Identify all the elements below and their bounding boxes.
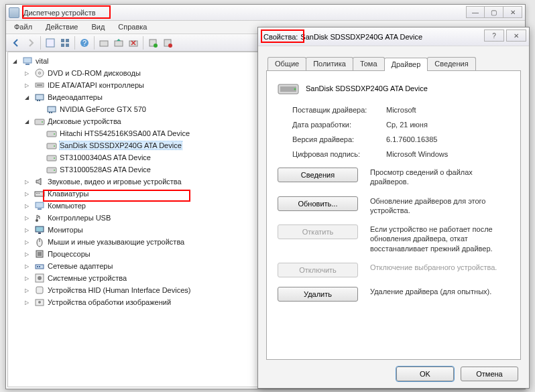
expand-toggle[interactable]: [35, 142, 42, 149]
rollback-button[interactable]: Откатить: [278, 224, 358, 239]
expand-toggle[interactable]: [23, 94, 30, 101]
expand-toggle[interactable]: [23, 239, 30, 246]
tab-driver[interactable]: Драйвер: [384, 58, 428, 71]
tab-policy[interactable]: Политика: [306, 57, 353, 70]
expand-toggle[interactable]: [23, 226, 30, 234]
cd-icon: [34, 68, 45, 78]
tree-label: ST31000340AS ATA Device: [60, 153, 151, 161]
svg-point-56: [38, 301, 41, 304]
tab-details[interactable]: Сведения: [427, 57, 475, 70]
svg-rect-43: [36, 226, 44, 232]
tb-update-driver-icon[interactable]: [111, 36, 126, 50]
ok-button[interactable]: OK: [396, 367, 454, 381]
signature-label: Цифровая подпись:: [292, 150, 386, 158]
expand-toggle[interactable]: [35, 166, 42, 174]
tb-scan-icon[interactable]: [97, 36, 111, 50]
tab-general[interactable]: Общие: [268, 57, 306, 70]
tb-back-icon[interactable]: [9, 36, 23, 50]
audio-icon: [34, 176, 45, 187]
expand-toggle[interactable]: [23, 287, 30, 294]
tree-label: DVD и CD-ROM дисководы: [48, 69, 141, 77]
svg-rect-23: [48, 107, 56, 112]
svg-rect-40: [36, 202, 44, 208]
expand-toggle[interactable]: [35, 106, 42, 113]
tb-disable-icon[interactable]: [160, 36, 175, 50]
svg-rect-37: [36, 193, 37, 194]
menu-help[interactable]: Справка: [111, 21, 154, 34]
tree-label: SanDisk SDSSDXP240G ATA Device: [60, 141, 182, 149]
close-button[interactable]: ✕: [503, 6, 522, 18]
svg-text:?: ?: [82, 39, 86, 47]
menu-file[interactable]: Файл: [7, 21, 39, 34]
expand-toggle[interactable]: [23, 251, 30, 258]
tree-label: Hitachi HTS542516K9SA00 ATA Device: [60, 129, 190, 137]
expand-toggle[interactable]: [23, 202, 30, 210]
tb-uninstall-icon[interactable]: [126, 36, 141, 50]
tree-label: Видеоадаптеры: [48, 93, 103, 101]
dialog-close-button[interactable]: ✕: [506, 29, 526, 42]
app-icon: [9, 7, 19, 18]
svg-rect-15: [25, 64, 29, 65]
expand-toggle[interactable]: [23, 82, 30, 89]
disable-button[interactable]: Отключить: [278, 263, 358, 277]
tab-volumes[interactable]: Тома: [353, 57, 385, 70]
svg-rect-54: [36, 287, 43, 293]
svg-rect-51: [39, 266, 40, 267]
window-title: Диспетчер устройств: [23, 9, 96, 17]
svg-point-11: [154, 44, 158, 48]
expand-toggle[interactable]: [35, 154, 42, 161]
tree-label: Клавиатуры: [48, 190, 88, 198]
menu-view[interactable]: Вид: [84, 21, 111, 34]
svg-point-33: [54, 157, 55, 159]
expand-toggle[interactable]: [23, 70, 30, 77]
cpu-icon: [34, 249, 45, 259]
rollback-desc: Если устройство не работает после обновл…: [370, 224, 510, 253]
expand-toggle[interactable]: [23, 275, 30, 282]
tree-label: Компьютер: [48, 202, 86, 210]
tree-label: Дисковые устройства: [48, 117, 121, 125]
expand-toggle[interactable]: [11, 58, 18, 65]
dialog-titlebar[interactable]: Свойства: SanDisk SDSSDXP240G ATA Device…: [258, 27, 529, 46]
separator: [40, 36, 41, 50]
tree-label: Процессоры: [48, 250, 91, 258]
update-button[interactable]: Обновить...: [278, 196, 358, 211]
expand-toggle[interactable]: [23, 214, 30, 222]
kb-icon: [34, 188, 45, 199]
tree-label: Устройства HID (Human Interface Devices): [48, 286, 190, 294]
menu-action[interactable]: Действие: [39, 21, 84, 34]
maximize-button[interactable]: ▢: [485, 6, 503, 18]
tree-label: Звуковые, видео и игровые устройства: [48, 178, 182, 186]
svg-rect-22: [39, 100, 40, 101]
tb-props-icon[interactable]: [43, 36, 58, 50]
disk-icon: [34, 116, 45, 127]
tb-enable-icon[interactable]: [145, 36, 160, 50]
expand-toggle[interactable]: [23, 118, 30, 125]
usb-icon: [34, 212, 45, 223]
version-value: 6.1.7600.16385: [386, 135, 437, 143]
cancel-button[interactable]: Отмена: [461, 367, 518, 381]
img-icon: [34, 297, 45, 308]
tree-label: NVIDIA GeForce GTX 570: [60, 105, 146, 113]
window-titlebar[interactable]: Диспетчер устройств — ▢ ✕: [6, 5, 525, 21]
svg-rect-3: [61, 44, 64, 47]
tree-label: ST31000528AS ATA Device: [60, 166, 151, 174]
expand-toggle[interactable]: [23, 190, 30, 198]
tb-help-icon[interactable]: ?: [77, 36, 92, 50]
disk-icon: [46, 152, 57, 163]
expand-toggle[interactable]: [23, 299, 30, 306]
expand-toggle[interactable]: [35, 130, 42, 137]
date-label: Дата разработки:: [292, 121, 386, 129]
disk-icon: [46, 140, 57, 151]
details-button[interactable]: Сведения: [278, 168, 358, 182]
update-desc: Обновление драйверов для этого устройств…: [370, 196, 510, 216]
details-desc: Просмотр сведений о файлах драйверов.: [370, 168, 510, 187]
expand-toggle[interactable]: [23, 178, 30, 186]
expand-toggle[interactable]: [23, 263, 30, 270]
minimize-button[interactable]: —: [466, 6, 485, 18]
remove-button[interactable]: Удалить: [278, 287, 358, 302]
tb-view-icon[interactable]: [58, 36, 72, 50]
dialog-help-button[interactable]: ?: [484, 29, 504, 42]
tb-fwd-icon[interactable]: [23, 36, 38, 50]
svg-rect-36: [35, 192, 44, 196]
separator: [143, 36, 143, 50]
